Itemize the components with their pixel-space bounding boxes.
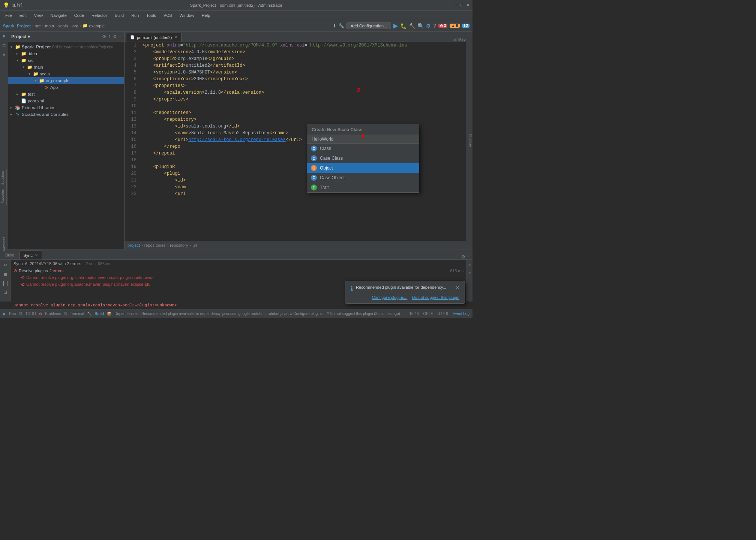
breadcrumb-main[interactable]: main (45, 24, 54, 28)
status-dependencies-label[interactable]: Dependencies (114, 312, 138, 316)
status-terminal-label[interactable]: Terminal (70, 312, 84, 316)
dependencies-icon[interactable]: 📦 (107, 312, 111, 316)
build-error-1[interactable]: ⊘ Cannot resolve plugin org.scala-tools:… (10, 274, 466, 281)
terminal-icon[interactable]: ⊡ (64, 312, 67, 316)
favorites-vertical-label[interactable]: Favorites (0, 187, 5, 206)
build-tab-build[interactable]: Build: (2, 250, 20, 260)
status-event-log[interactable]: Event Log (453, 312, 470, 316)
add-configuration-button[interactable]: Add Configuration... (346, 22, 391, 29)
debug-button[interactable]: 🐛 (400, 23, 406, 29)
menu-item-window[interactable]: Window (177, 12, 197, 18)
breadcrumb-project[interactable]: Spark_Project (3, 24, 31, 28)
run-button[interactable]: ▶ (393, 22, 398, 29)
build-button[interactable]: 🔨 (409, 23, 415, 29)
bookmarks-icon[interactable]: ⊡ (1, 42, 8, 49)
menu-item-case-class[interactable]: C Case Class (307, 153, 419, 163)
vcs-icon[interactable]: ⬆ (333, 23, 336, 28)
os-menu-item[interactable]: 图片1 (12, 2, 23, 8)
build-resolve-plugins[interactable]: ⊘ Resolve plugins 2 errors 615 ms (10, 267, 466, 274)
menu-item-tools[interactable]: Tools (143, 12, 159, 18)
menu-item-code[interactable]: Code (71, 12, 87, 18)
structure-icon[interactable]: ≡ (1, 51, 8, 58)
menu-item-run[interactable]: Run (128, 12, 142, 18)
build-close-icon[interactable]: − (467, 254, 470, 260)
help-icon[interactable]: ? (433, 23, 436, 29)
todo-icon[interactable]: ☑ (19, 312, 22, 316)
tree-item-src[interactable]: ▾ 📁 src (8, 57, 124, 64)
tree-item-scratches[interactable]: ▸ ✎ Scratches and Consoles (8, 111, 124, 118)
menu-item-build[interactable]: Build (112, 12, 127, 18)
menu-item-refactor[interactable]: Refactor (88, 12, 110, 18)
error-count-badge[interactable]: ⊘ 3 (438, 24, 447, 28)
status-run-label[interactable]: Run (9, 312, 16, 316)
breadcrumb-org[interactable]: org (72, 24, 78, 28)
minimize-btn[interactable]: ─ (455, 3, 458, 8)
run-status-icon[interactable]: ▶ (3, 312, 6, 316)
build-stop-icon[interactable]: ◼ (2, 270, 9, 278)
tree-item-app[interactable]: ⊙ App (8, 84, 124, 91)
structure-vertical-label[interactable]: Structure (0, 169, 5, 187)
build-filter-icon[interactable]: ⊡ (2, 288, 9, 296)
build-icon[interactable]: 🔨 (87, 312, 92, 316)
menu-item-navigate[interactable]: Navigate (47, 12, 69, 18)
tab-pom-xml[interactable]: 📄 pom.xml (untitled2) ✕ (126, 33, 182, 42)
status-todo-label[interactable]: TODO (25, 312, 36, 316)
menu-item-object[interactable]: O Object (307, 163, 419, 173)
menu-item-case-object[interactable]: C Case Object (307, 173, 419, 183)
sync-tab-close[interactable]: ✕ (35, 253, 38, 257)
breadcrumb-repositories[interactable]: repositories (144, 243, 166, 248)
do-not-suggest-link[interactable]: Do not suggest this plugin (412, 295, 459, 300)
breadcrumb-project-path[interactable]: project (128, 243, 140, 248)
tree-item-ext-libs[interactable]: ▸ 📚 External Libraries (8, 104, 124, 111)
tree-item-idea[interactable]: ▸ 📁 .idea (8, 50, 124, 57)
build-wrap-icon[interactable]: ↵ (466, 269, 473, 276)
build-rerun-icon[interactable]: ↩ (2, 261, 9, 269)
tree-item-test[interactable]: ▸ 📁 test (8, 91, 124, 98)
menu-item-vcs[interactable]: VCS (160, 12, 175, 18)
menu-item-edit[interactable]: Edit (16, 12, 30, 18)
project-panel-title: Project ▾ (11, 34, 101, 39)
project-close-icon[interactable]: − (118, 34, 121, 39)
notification-close-button[interactable]: ✕ (456, 285, 459, 290)
warning-count-badge[interactable]: ▲ 6 (450, 24, 459, 28)
menu-item-file[interactable]: File (2, 12, 15, 18)
breadcrumb-repository[interactable]: repository (170, 243, 188, 248)
configure-plugins-link[interactable]: Configure plugins... (372, 295, 408, 300)
menu-item-help[interactable]: Help (199, 12, 213, 18)
tree-item-scala[interactable]: ▾ 📁 scala (8, 70, 124, 77)
breadcrumb-url[interactable]: url (192, 243, 197, 248)
tree-item-root[interactable]: ▾ 📁 Spark_Project C:\Users\Administrator… (8, 44, 124, 50)
info-count-badge[interactable]: ℹ 2 (462, 24, 470, 28)
build-settings-icon[interactable]: ⚙ (461, 254, 465, 260)
status-build-label[interactable]: Build (94, 312, 104, 316)
build-pause-icon[interactable]: ❙❙ (2, 279, 9, 287)
project-gear-icon[interactable]: ⚙ (113, 34, 117, 39)
build-tab-sync[interactable]: Sync ✕ (20, 250, 42, 260)
maximize-btn[interactable]: □ (460, 3, 463, 8)
menu-item-trait[interactable]: T Trait (307, 183, 419, 192)
favorites-icon[interactable]: Favorites (1, 241, 8, 248)
project-collapse-icon[interactable]: ⇑ (108, 34, 111, 39)
tree-item-pom[interactable]: 📄 pom.xml (8, 98, 124, 104)
search-icon[interactable]: 🔍 (417, 23, 424, 29)
breadcrumb-scala[interactable]: scala (58, 24, 68, 28)
tree-item-org-example[interactable]: ▾ 📁 org.example (8, 77, 124, 84)
window-controls[interactable]: ─ □ ✕ (455, 3, 470, 8)
status-charset[interactable]: UTF-8 (438, 312, 448, 316)
project-panel-icon[interactable]: P (1, 33, 8, 40)
breadcrumb-src[interactable]: src (35, 24, 41, 28)
structure-side-label[interactable]: Structure (466, 134, 472, 147)
status-problems-label[interactable]: Problems (45, 312, 61, 316)
build-list-icon[interactable]: ≡ (466, 261, 473, 269)
problems-icon[interactable]: ⊘ (39, 312, 42, 316)
settings-icon[interactable]: ⚙ (426, 23, 431, 29)
menu-item-class[interactable]: C Class (307, 144, 419, 153)
close-btn[interactable]: ✕ (466, 3, 470, 8)
menu-item-view[interactable]: View (31, 12, 46, 18)
project-sync-icon[interactable]: ⟳ (102, 34, 106, 39)
update-icon[interactable]: 🔧 (339, 23, 344, 28)
breadcrumb-example[interactable]: 📁 example (82, 23, 105, 28)
tree-item-main[interactable]: ▾ 📁 main (8, 64, 124, 70)
status-crlf[interactable]: CRLF (423, 312, 433, 316)
tab-close-button[interactable]: ✕ (174, 35, 177, 39)
